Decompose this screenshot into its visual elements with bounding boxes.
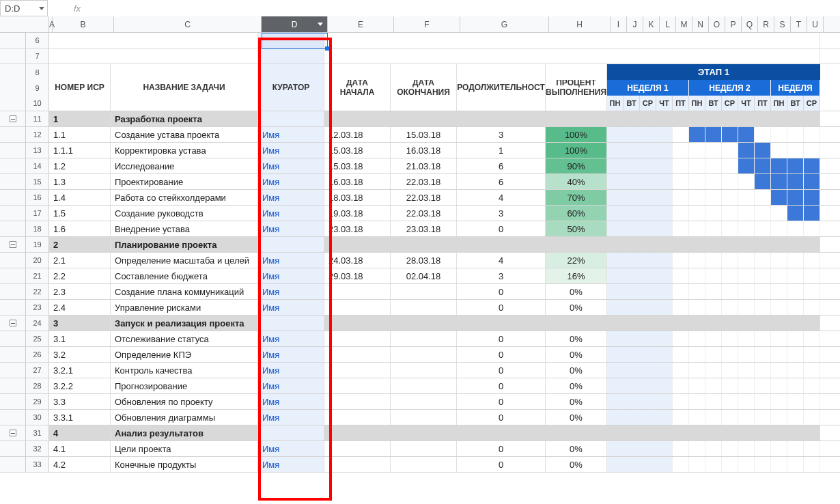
day-header[interactable]: СР — [640, 96, 656, 111]
gantt-cell[interactable] — [787, 174, 804, 189]
day-header[interactable]: ВТ — [624, 96, 640, 111]
task-cell[interactable]: Определение масштаба и целей — [111, 253, 258, 268]
col-header-J[interactable]: J — [627, 16, 643, 32]
task-cell[interactable]: Составление бюджета — [111, 268, 258, 283]
gantt-cell[interactable] — [689, 127, 705, 142]
task-cell[interactable]: Создание устава проекта — [111, 127, 258, 142]
col-header-T[interactable]: T — [791, 16, 807, 32]
collapse-toggle-icon[interactable] — [10, 430, 16, 436]
task-cell[interactable]: Планирование проекта — [111, 237, 258, 252]
end-cell[interactable] — [391, 284, 457, 299]
gantt-cell[interactable] — [640, 300, 656, 315]
cell[interactable] — [457, 96, 546, 111]
cell[interactable] — [324, 33, 820, 48]
pct-cell[interactable]: 50% — [546, 221, 607, 236]
gantt-cell[interactable] — [804, 127, 820, 142]
end-cell[interactable]: 16.03.18 — [391, 143, 457, 158]
col-header-H[interactable]: H — [549, 16, 611, 32]
gantt-cell[interactable] — [787, 206, 804, 221]
gantt-cell[interactable] — [722, 268, 738, 283]
row-header[interactable]: 13 — [26, 143, 49, 158]
cell[interactable] — [49, 96, 111, 111]
cell[interactable] — [324, 48, 820, 64]
start-cell[interactable] — [324, 457, 391, 472]
gantt-cell[interactable] — [673, 190, 689, 205]
row-header[interactable]: 23 — [26, 300, 49, 315]
end-cell[interactable]: 23.03.18 — [391, 221, 457, 236]
dur-cell[interactable]: 4 — [457, 253, 546, 268]
dur-cell[interactable]: 0 — [457, 331, 546, 346]
task-cell[interactable]: Создание плана коммуникаций — [111, 284, 258, 299]
row-header[interactable]: 20 — [26, 253, 49, 268]
gantt-cell[interactable] — [673, 457, 689, 472]
pct-cell[interactable]: 0% — [546, 410, 607, 425]
gantt-cell[interactable] — [640, 127, 656, 142]
day-header[interactable]: ПН — [771, 96, 787, 111]
owner-cell[interactable] — [258, 237, 324, 252]
gantt-cell[interactable] — [673, 268, 689, 283]
gantt-cell[interactable] — [787, 394, 804, 409]
gantt-cell[interactable] — [640, 394, 656, 409]
gantt-cell[interactable] — [673, 300, 689, 315]
dur-cell[interactable]: 3 — [457, 268, 546, 283]
start-cell[interactable] — [324, 331, 391, 346]
gantt-cell[interactable] — [640, 253, 656, 268]
gantt-cell[interactable] — [804, 331, 820, 346]
gantt-cell[interactable] — [640, 410, 656, 425]
gantt-cell[interactable] — [640, 190, 656, 205]
owner-cell[interactable]: Имя — [258, 268, 324, 283]
gantt-cell[interactable] — [722, 394, 738, 409]
gantt-cell[interactable] — [738, 190, 755, 205]
cell[interactable] — [258, 33, 324, 48]
day-header[interactable]: ПТ — [673, 96, 689, 111]
task-cell[interactable]: Управление рисками — [111, 300, 258, 315]
gantt-cell[interactable] — [755, 363, 771, 378]
gantt-cell[interactable] — [689, 284, 705, 299]
gantt-cell[interactable] — [656, 363, 673, 378]
gantt-cell[interactable] — [722, 347, 738, 362]
gantt-cell[interactable] — [673, 394, 689, 409]
row-header[interactable]: 9 — [26, 80, 49, 96]
outline-gutter[interactable] — [0, 316, 26, 331]
col-header-D[interactable]: D — [262, 16, 328, 32]
row-header[interactable]: 32 — [26, 441, 49, 456]
day-header[interactable]: ПН — [689, 96, 705, 111]
gantt-cell[interactable] — [738, 410, 755, 425]
gantt-cell[interactable] — [787, 410, 804, 425]
gantt-cell[interactable] — [804, 190, 820, 205]
end-cell[interactable] — [391, 394, 457, 409]
gantt-cell[interactable] — [607, 221, 624, 236]
task-cell[interactable]: Работа со стейкхолдерами — [111, 190, 258, 205]
outline-gutter[interactable] — [0, 111, 26, 126]
gantt-cell[interactable] — [705, 363, 722, 378]
cell[interactable] — [324, 111, 820, 126]
task-cell[interactable]: Создание руководств — [111, 206, 258, 221]
gantt-cell[interactable] — [656, 127, 673, 142]
row-header[interactable]: 6 — [26, 33, 49, 48]
gantt-cell[interactable] — [722, 378, 738, 393]
gantt-cell[interactable] — [804, 363, 820, 378]
gantt-cell[interactable] — [804, 347, 820, 362]
gantt-cell[interactable] — [624, 221, 640, 236]
gantt-cell[interactable] — [771, 441, 787, 456]
header-end[interactable] — [391, 64, 457, 80]
gantt-cell[interactable] — [787, 300, 804, 315]
gantt-cell[interactable] — [787, 253, 804, 268]
pct-cell[interactable]: 0% — [546, 378, 607, 393]
wbs-cell[interactable]: 3.3 — [49, 394, 111, 409]
pct-cell[interactable]: 16% — [546, 268, 607, 283]
phase-header[interactable]: ЭТАП 1 — [607, 64, 820, 80]
gantt-cell[interactable] — [738, 221, 755, 236]
row-header[interactable]: 10 — [26, 96, 49, 111]
task-cell[interactable]: Внедрение устава — [111, 221, 258, 236]
start-cell[interactable] — [324, 300, 391, 315]
gantt-cell[interactable] — [689, 190, 705, 205]
day-header[interactable]: СР — [722, 96, 738, 111]
gantt-cell[interactable] — [738, 127, 755, 142]
dur-cell[interactable]: 6 — [457, 158, 546, 173]
gantt-cell[interactable] — [771, 190, 787, 205]
owner-cell[interactable]: Имя — [258, 158, 324, 173]
gantt-cell[interactable] — [624, 441, 640, 456]
gantt-cell[interactable] — [624, 143, 640, 158]
wbs-cell[interactable]: 1.5 — [49, 206, 111, 221]
